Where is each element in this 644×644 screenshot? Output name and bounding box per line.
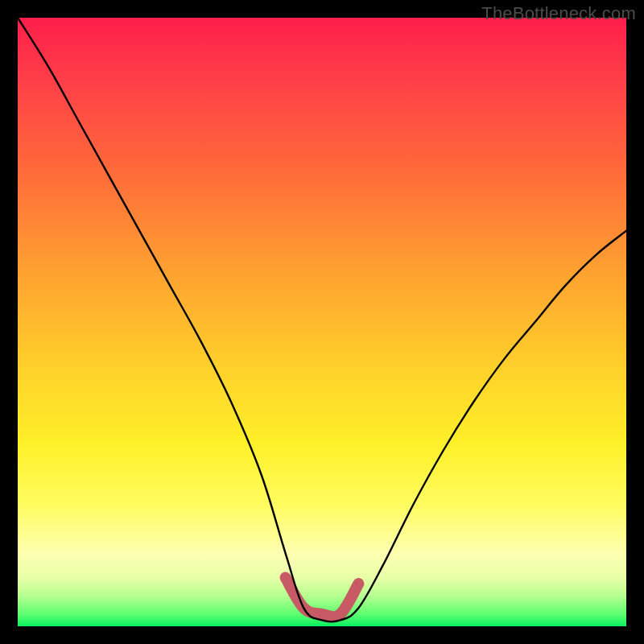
bottleneck-curve-path: [18, 18, 626, 621]
bottleneck-chart: [18, 18, 626, 626]
watermark-text: TheBottleneck.com: [481, 3, 636, 24]
optimal-band-path: [286, 578, 359, 617]
